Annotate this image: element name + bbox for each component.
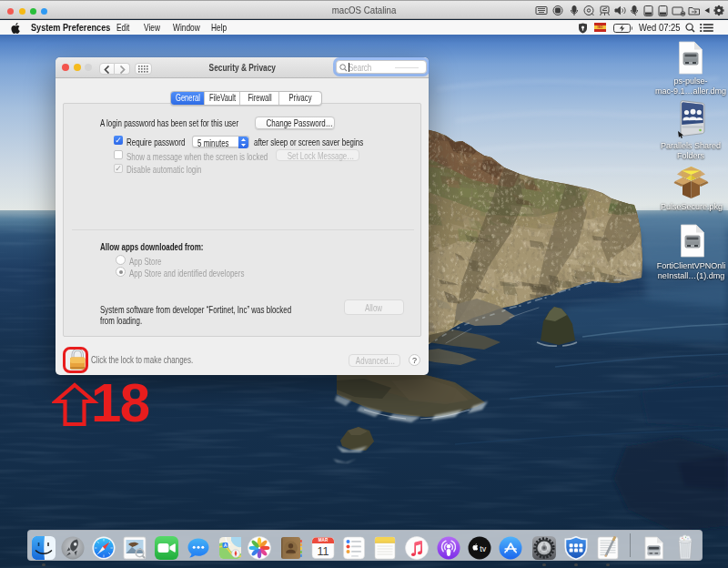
svg-text:MAR: MAR — [318, 538, 329, 543]
svg-text:11: 11 — [318, 545, 329, 558]
svg-text:A: A — [223, 543, 227, 548]
svg-text:ISO: ISO — [598, 25, 603, 29]
svg-text:tv: tv — [480, 544, 487, 553]
